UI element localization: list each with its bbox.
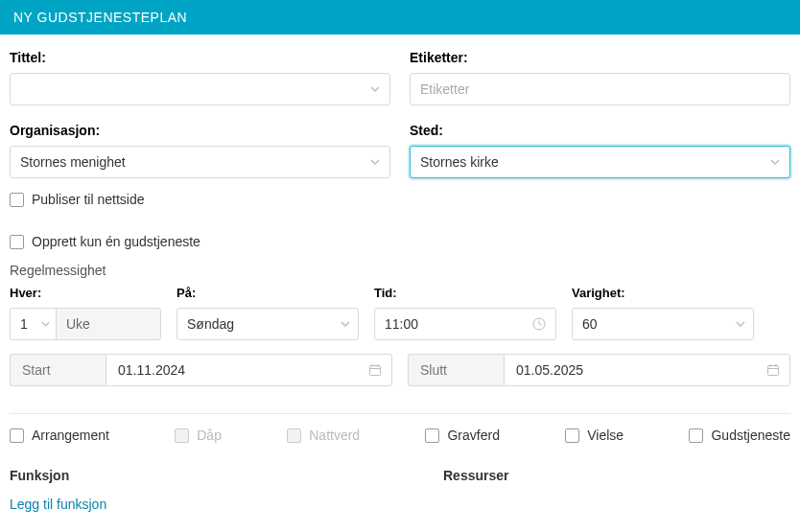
svg-rect-2 xyxy=(768,366,779,376)
gudstjeneste-label: Gudstjeneste xyxy=(711,428,790,443)
start-date-input[interactable]: 01.11.2024 xyxy=(106,354,392,386)
legg-til-funksjon-link[interactable]: Legg til funksjon xyxy=(10,497,790,512)
chevron-down-icon xyxy=(736,321,745,327)
varighet-value: 60 xyxy=(582,316,598,332)
sted-select[interactable]: Stornes kirke xyxy=(410,146,790,178)
tid-label: Tid: xyxy=(374,286,556,300)
opprett-en-checkbox-row[interactable]: Opprett kun én gudstjeneste xyxy=(10,234,790,249)
hver-unit: Uke xyxy=(56,308,161,340)
gravferd-checkbox[interactable] xyxy=(425,428,439,443)
form-content: Tittel: Etiketter: Etiketter Organisasjo… xyxy=(0,35,800,521)
type-gravferd[interactable]: Gravferd xyxy=(425,428,499,443)
type-dap: Dåp xyxy=(175,428,222,443)
hver-label: Hver: xyxy=(10,286,161,300)
hver-num-value: 1 xyxy=(11,316,28,332)
divider xyxy=(10,413,790,414)
type-arrangement[interactable]: Arrangement xyxy=(10,428,109,443)
publiser-checkbox[interactable] xyxy=(10,193,24,207)
etiketter-label: Etiketter: xyxy=(410,50,790,65)
opprett-en-label: Opprett kun én gudstjeneste xyxy=(32,234,200,249)
start-date-value: 01.11.2024 xyxy=(118,362,185,378)
chevron-down-icon xyxy=(370,86,380,92)
slutt-label: Slutt xyxy=(408,354,504,386)
hver-num-select[interactable]: 1 xyxy=(10,308,56,340)
regelmessighet-label: Regelmessighet xyxy=(10,263,790,278)
chevron-down-icon xyxy=(41,321,50,327)
gudstjeneste-checkbox[interactable] xyxy=(689,428,703,443)
gravferd-label: Gravferd xyxy=(447,428,499,443)
arrangement-label: Arrangement xyxy=(32,428,109,443)
calendar-icon xyxy=(766,363,780,377)
vielse-label: Vielse xyxy=(587,428,624,443)
chevron-down-icon xyxy=(370,159,380,165)
sted-label: Sted: xyxy=(410,123,790,138)
chevron-down-icon xyxy=(770,159,780,165)
dap-label: Dåp xyxy=(197,428,222,443)
hver-unit-value: Uke xyxy=(66,316,90,332)
svg-rect-1 xyxy=(370,366,381,376)
slutt-date-value: 01.05.2025 xyxy=(516,362,583,378)
nattverd-label: Nattverd xyxy=(309,428,360,443)
slutt-date-input[interactable]: 01.05.2025 xyxy=(504,354,790,386)
etiketter-placeholder: Etiketter xyxy=(420,81,469,97)
tittel-label: Tittel: xyxy=(10,50,390,65)
start-label: Start xyxy=(10,354,106,386)
organisasjon-label: Organisasjon: xyxy=(10,123,390,138)
type-gudstjeneste[interactable]: Gudstjeneste xyxy=(689,428,790,443)
clock-icon xyxy=(532,317,546,331)
vielse-checkbox[interactable] xyxy=(565,428,579,443)
pa-value: Søndag xyxy=(187,316,234,332)
nattverd-checkbox xyxy=(287,428,301,443)
publiser-label: Publiser til nettside xyxy=(32,192,145,207)
page-title: NY GUDSTJENESTEPLAN xyxy=(13,10,187,25)
varighet-select[interactable]: 60 xyxy=(572,308,754,340)
opprett-en-checkbox[interactable] xyxy=(10,235,24,249)
ressurser-heading: Ressurser xyxy=(357,468,790,483)
pa-label: På: xyxy=(176,286,359,300)
dap-checkbox xyxy=(175,428,189,443)
tid-value: 11:00 xyxy=(385,316,418,332)
chevron-down-icon xyxy=(341,321,350,327)
publiser-checkbox-row[interactable]: Publiser til nettside xyxy=(10,192,790,207)
page-header: NY GUDSTJENESTEPLAN xyxy=(0,0,800,35)
varighet-label: Varighet: xyxy=(572,286,754,300)
type-nattverd: Nattverd xyxy=(287,428,360,443)
arrangement-checkbox[interactable] xyxy=(10,428,24,443)
organisasjon-value: Stornes menighet xyxy=(20,154,126,170)
sted-value: Stornes kirke xyxy=(420,154,499,170)
calendar-icon xyxy=(368,363,382,377)
pa-select[interactable]: Søndag xyxy=(176,308,359,340)
etiketter-input[interactable]: Etiketter xyxy=(410,73,790,105)
tittel-select[interactable] xyxy=(10,73,390,105)
tid-input[interactable]: 11:00 xyxy=(374,308,556,340)
funksjon-heading: Funksjon xyxy=(10,468,357,483)
type-vielse[interactable]: Vielse xyxy=(565,428,624,443)
organisasjon-select[interactable]: Stornes menighet xyxy=(10,146,390,178)
